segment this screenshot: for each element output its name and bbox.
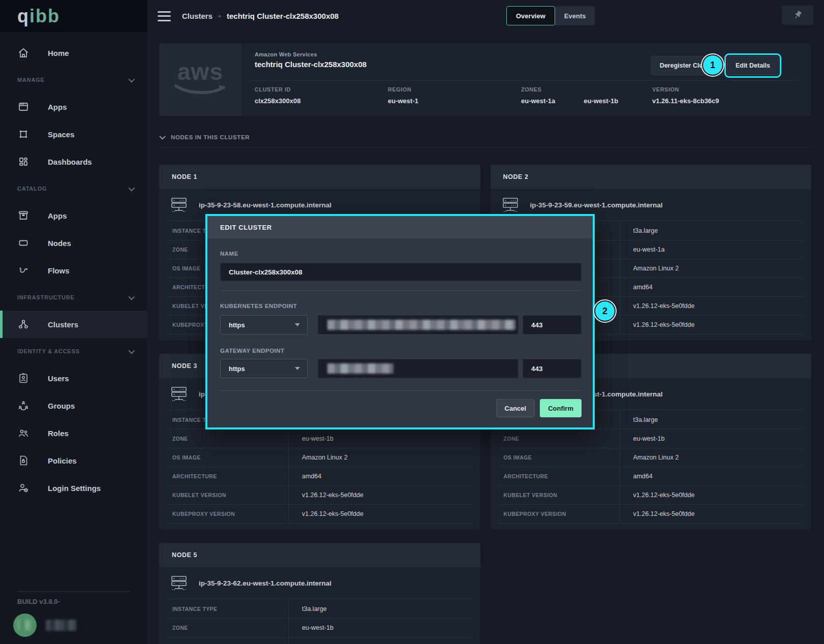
- sidebar-item-roles[interactable]: Roles: [0, 419, 147, 447]
- table-row: KUBEPROXY VERSIONv1.26.12-eks-5e0fdde: [167, 504, 472, 523]
- flows-icon: [17, 264, 29, 277]
- row-value: v1.26.12-eks-5e0fdde: [620, 486, 804, 504]
- chevron-down-icon: [129, 293, 135, 300]
- node-title: NODE 2: [503, 173, 529, 180]
- user-account[interactable]: [0, 614, 147, 637]
- sidebar-section-catalog[interactable]: CATALOG: [0, 175, 147, 202]
- chevron-down-icon: [129, 347, 135, 354]
- sidebar-item-nodes[interactable]: Nodes: [0, 229, 147, 257]
- kubernetes-url-redacted: [327, 320, 515, 330]
- login-settings-icon: [17, 482, 29, 494]
- selected-protocol: https: [229, 321, 245, 329]
- node-hostname: ip-35-9-23-59.eu-west-1.compute.internal: [530, 201, 663, 209]
- node-card-body: ip-35-9-23-62.eu-west-1.compute.internal…: [159, 567, 480, 644]
- detail-value-zone-a: eu-west-1a: [521, 97, 555, 105]
- server-icon: [170, 197, 188, 213]
- node-hostname: ip-35-9-23-58.eu-west-1.compute.internal: [199, 201, 331, 209]
- pin-icon: [790, 8, 805, 22]
- sidebar-item-users[interactable]: Users: [0, 364, 147, 392]
- modal-divider: [220, 290, 582, 291]
- gateway-url-input[interactable]: [318, 359, 518, 378]
- row-value: v1.26.12-eks-5e0fdde: [620, 297, 804, 315]
- modal-body: NAME KUBERNETES ENDPOINT https GATEWAY E…: [207, 238, 593, 427]
- cluster-header-card: aws Amazon Web Services techtriq Cluster…: [159, 43, 811, 116]
- cluster-details: CLUSTER ID clx258x300x08 REGION eu-west-…: [255, 86, 785, 105]
- server-icon: [502, 197, 519, 213]
- row-label: ZONE: [167, 436, 288, 442]
- sidebar-footer: BUILD v3.8.0-: [0, 591, 147, 644]
- breadcrumb-clusters-link[interactable]: Clusters: [182, 12, 212, 20]
- roles-icon: [17, 427, 29, 439]
- detail-region: REGION eu-west-1: [388, 86, 521, 105]
- avatar-redacted: [17, 620, 33, 630]
- table-row: ARCHITECTUREamd64: [499, 467, 804, 485]
- detail-zones: ZONES eu-west-1a eu-west-1b: [521, 86, 652, 105]
- annotation-step-1-badge: 1: [703, 55, 722, 75]
- detail-label: REGION: [388, 86, 521, 93]
- row-value: t3a.large: [288, 599, 472, 618]
- row-value: eu-west-1b: [288, 619, 472, 637]
- kubernetes-url-input[interactable]: [318, 315, 518, 334]
- edit-cluster-modal: EDIT CLUSTER NAME KUBERNETES ENDPOINT ht…: [205, 214, 595, 430]
- cluster-name-input[interactable]: [220, 263, 582, 281]
- pin-button[interactable]: [782, 6, 813, 25]
- row-value: [288, 637, 472, 644]
- sidebar-item-spaces[interactable]: Spaces: [0, 120, 147, 148]
- table-row: ZONEeu-west-1b: [499, 429, 804, 448]
- sidebar-item-apps-catalog[interactable]: Apps: [0, 202, 147, 229]
- sidebar-section-manage[interactable]: MANAGE: [0, 67, 147, 93]
- table-row: OS IMAGEAmazon Linux 2: [499, 448, 804, 467]
- table-row: INSTANCE TYPEt3a.large: [167, 599, 472, 618]
- sidebar-item-label: Home: [48, 49, 69, 57]
- sidebar-item-label: Flows: [48, 266, 70, 275]
- sidebar-item-label: Apps: [48, 211, 67, 220]
- sidebar-item-login-settings[interactable]: Login Settings: [0, 474, 147, 502]
- hamburger-menu-icon[interactable]: [158, 11, 171, 21]
- sidebar-section-infrastructure[interactable]: INFRASTRUCTURE: [0, 284, 147, 311]
- cancel-button[interactable]: Cancel: [496, 399, 535, 417]
- sidebar-item-flows[interactable]: Flows: [0, 257, 147, 284]
- confirm-button[interactable]: Confirm: [540, 399, 582, 417]
- kubernetes-protocol-select[interactable]: https: [220, 315, 308, 334]
- sidebar-item-label: Users: [48, 374, 69, 383]
- section-label: MANAGE: [17, 77, 45, 83]
- tab-overview[interactable]: Overview: [506, 6, 555, 25]
- kubernetes-endpoint-row: https: [220, 315, 582, 334]
- sidebar-item-policies[interactable]: Policies: [0, 447, 147, 474]
- logo-letters-ibb: ibb: [29, 6, 60, 26]
- edit-details-button[interactable]: Edit Details: [727, 56, 779, 75]
- sidebar-item-home[interactable]: Home: [0, 39, 147, 67]
- sidebar-item-label: Nodes: [48, 239, 71, 248]
- gateway-port-input[interactable]: [523, 359, 582, 378]
- modal-title: EDIT CLUSTER: [220, 224, 272, 231]
- node-card-5: NODE 5 ip-35-9-23-62.eu-west-1.compute.i…: [159, 543, 480, 644]
- sidebar-item-label: Apps: [48, 103, 67, 111]
- sidebar-item-dashboards[interactable]: Dashboards: [0, 148, 147, 175]
- detail-cluster-id: CLUSTER ID clx258x300x08: [255, 86, 388, 105]
- nodes-section-toggle[interactable]: NODES IN THIS CLUSTER: [159, 134, 811, 140]
- sidebar-item-label: Login Settings: [48, 484, 101, 493]
- aws-smile-icon: [174, 83, 227, 97]
- dashboards-icon: [17, 156, 29, 168]
- row-label: ARCHITECTURE: [167, 473, 288, 479]
- sidebar-item-label: Dashboards: [48, 158, 92, 166]
- sidebar-item-clusters[interactable]: Clusters: [0, 311, 147, 338]
- gateway-protocol-select[interactable]: https: [220, 359, 308, 378]
- gateway-endpoint-label: GATEWAY ENDPOINT: [220, 348, 582, 354]
- sidebar-item-label: Policies: [48, 456, 77, 465]
- sidebar-item-groups[interactable]: Groups: [0, 392, 147, 419]
- sidebar-item-apps-manage[interactable]: Apps: [0, 93, 147, 120]
- row-value: v1.26.12-eks-5e0fdde: [288, 486, 472, 504]
- qibb-logo[interactable]: qibb: [0, 0, 147, 32]
- cluster-info: Amazon Web Services techtriq Cluster-clx…: [241, 43, 811, 116]
- kubernetes-port-input[interactable]: [523, 315, 582, 334]
- topbar: Clusters techtriq Cluster-clx258x300x08 …: [147, 0, 824, 32]
- sidebar-section-identity-access[interactable]: IDENTITY & ACCESS: [0, 338, 147, 364]
- table-row: ARCHITECTUREamd64: [167, 467, 472, 485]
- detail-label: CLUSTER ID: [255, 86, 388, 93]
- tab-events[interactable]: Events: [555, 6, 595, 25]
- section-label: IDENTITY & ACCESS: [17, 348, 80, 354]
- detail-value: clx258x300x08: [255, 97, 388, 105]
- apps-box-icon: [17, 209, 29, 222]
- node-host-row: ip-35-9-23-62.eu-west-1.compute.internal: [167, 567, 472, 599]
